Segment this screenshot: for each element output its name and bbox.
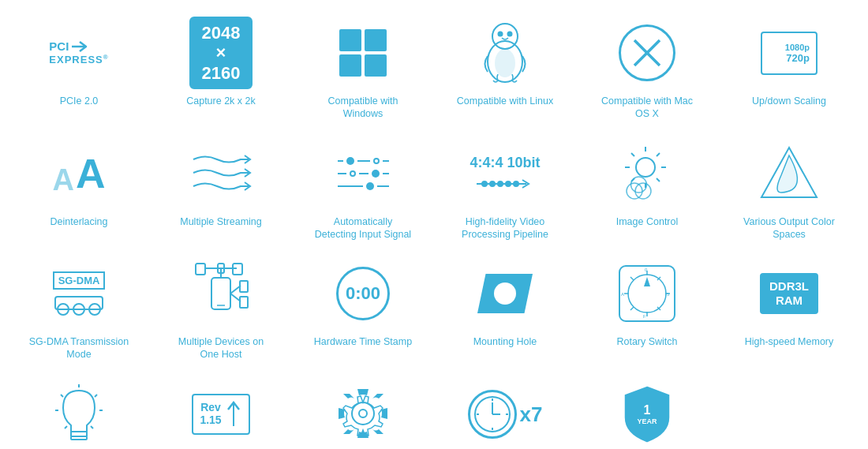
svg-line-65 — [65, 426, 67, 428]
svg-rect-39 — [240, 281, 248, 292]
sgdma-icon: SG-DMA — [39, 258, 118, 329]
svg-line-20 — [657, 153, 660, 156]
feature-driver: Common Driver — [292, 369, 434, 450]
linux-icon — [466, 17, 544, 88]
svg-line-60 — [95, 395, 97, 397]
driver-icon — [324, 379, 402, 450]
features-grid: PCI EXPRESS® PCIe 2.0 2048×2160 Capture … — [0, 0, 868, 449]
feature-memory: DDR3LRAM High-speed Memory — [718, 249, 860, 369]
memory-icon: DDR3LRAM — [750, 258, 829, 329]
svg-point-9 — [490, 181, 495, 186]
memory-label: High-speed Memory — [745, 335, 834, 348]
timestamp-label: Hardware Time Stamp — [314, 335, 412, 348]
imagecontrol-label: Image Control — [616, 215, 679, 228]
feature-timestamp: 0:00 Hardware Time Stamp — [292, 249, 434, 369]
svg-rect-34 — [196, 264, 205, 275]
feature-windows: Compatible with Windows — [292, 8, 434, 129]
feature-macos: Compatible with Mac OS X — [576, 8, 718, 129]
timestamp-icon: 0:00 — [324, 258, 402, 329]
svg-text:5: 5 — [667, 292, 670, 297]
svg-line-62 — [61, 395, 63, 397]
svg-line-49 — [630, 307, 634, 310]
svg-point-68 — [359, 410, 367, 417]
rotary-icon: 0 5 F A — [608, 258, 687, 329]
feature-led: LED Indicator — [8, 369, 150, 450]
feature-continuous: x7 Continuously Work for 24h x7 — [434, 369, 576, 450]
feature-firmware: Rev1.15 Firmware Upgrade — [150, 369, 292, 450]
scaling-icon: 1080p 720p — [750, 17, 829, 88]
scaling-label: Up/down Scaling — [752, 95, 826, 107]
svg-point-2 — [495, 49, 515, 77]
autodetect-label: Automatically Detecting Input Signal — [312, 215, 414, 241]
macos-icon — [608, 17, 687, 88]
svg-rect-30 — [211, 278, 230, 309]
feature-warranty: 1 YEAR 1-year Warranty — [576, 369, 718, 450]
linux-label: Compatible with Linux — [457, 95, 553, 107]
svg-line-18 — [631, 153, 634, 156]
feature-autodetect: Automatically Detecting Input Signal — [292, 129, 434, 249]
feature-imagecontrol: Image Control — [576, 129, 718, 249]
feature-colorspaces: Various Output Color Spaces — [718, 129, 860, 249]
pcie-icon: PCI EXPRESS® — [39, 17, 118, 88]
capture-icon: 2048×2160 — [181, 17, 260, 88]
hifidelity-label: High-fidelity Video Processing Pipeline — [454, 215, 556, 241]
svg-line-47 — [630, 277, 634, 280]
multidevices-icon — [181, 258, 260, 329]
autodetect-icon — [324, 138, 402, 209]
svg-point-1 — [492, 24, 518, 49]
streaming-icon — [181, 138, 260, 209]
feature-hifidelity: 4:4:4 10bit High-fidelity Video Processi… — [434, 129, 576, 249]
deinterlacing-icon: A A — [39, 138, 118, 209]
continuous-icon: x7 — [466, 379, 544, 450]
colorspaces-icon — [750, 138, 829, 209]
sgdma-label: SG-DMA Transmission Mode — [28, 335, 130, 361]
feature-capture: 2048×2160 Capture 2k x 2k — [150, 8, 292, 129]
feature-linux: Compatible with Linux — [434, 8, 576, 129]
svg-point-4 — [508, 32, 512, 36]
svg-point-8 — [482, 181, 487, 186]
svg-line-19 — [657, 178, 660, 181]
streaming-label: Multiple Streaming — [180, 215, 262, 228]
deinterlacing-label: Deinterlacing — [51, 215, 108, 228]
hifidelity-icon: 4:4:4 10bit — [466, 138, 544, 209]
feature-deinterlacing: A A Deinterlacing — [8, 129, 150, 249]
svg-point-10 — [498, 181, 503, 186]
pcie-label: PCIe 2.0 — [60, 95, 99, 107]
led-icon — [39, 379, 118, 450]
imagecontrol-icon — [608, 138, 687, 209]
feature-pcie: PCI EXPRESS® PCIe 2.0 — [8, 8, 150, 129]
svg-point-3 — [499, 32, 503, 36]
feature-rotary: 0 5 F A Rotary Switch — [576, 249, 718, 369]
svg-rect-40 — [240, 297, 248, 308]
svg-text:F: F — [643, 314, 646, 319]
firmware-icon: Rev1.15 — [181, 379, 260, 450]
svg-point-12 — [514, 181, 518, 186]
svg-line-64 — [91, 426, 93, 428]
colorspaces-label: Various Output Color Spaces — [738, 215, 840, 241]
feature-scaling: 1080p 720p Up/down Scaling — [718, 8, 860, 129]
svg-rect-58 — [71, 436, 87, 440]
windows-label: Compatible with Windows — [312, 95, 414, 121]
rotary-label: Rotary Switch — [616, 335, 677, 348]
mounting-icon — [466, 258, 544, 329]
svg-point-67 — [352, 402, 374, 425]
svg-point-11 — [506, 181, 511, 186]
feature-streaming: Multiple Streaming — [150, 129, 292, 249]
mounting-label: Mounting Hole — [473, 335, 537, 348]
feature-multidevices: Multiple Devices on One Host — [150, 249, 292, 369]
feature-mounting: Mounting Hole — [434, 249, 576, 369]
windows-icon — [324, 17, 402, 88]
multidevices-label: Multiple Devices on One Host — [170, 335, 272, 361]
warranty-icon: 1 YEAR — [608, 379, 687, 450]
feature-sgdma: SG-DMA SG-DMA Transmission Mode — [8, 249, 150, 369]
svg-point-13 — [636, 158, 655, 177]
macos-label: Compatible with Mac OS X — [596, 95, 698, 121]
svg-marker-51 — [644, 277, 650, 286]
svg-text:A: A — [621, 292, 624, 297]
capture-label: Capture 2k x 2k — [186, 95, 256, 107]
